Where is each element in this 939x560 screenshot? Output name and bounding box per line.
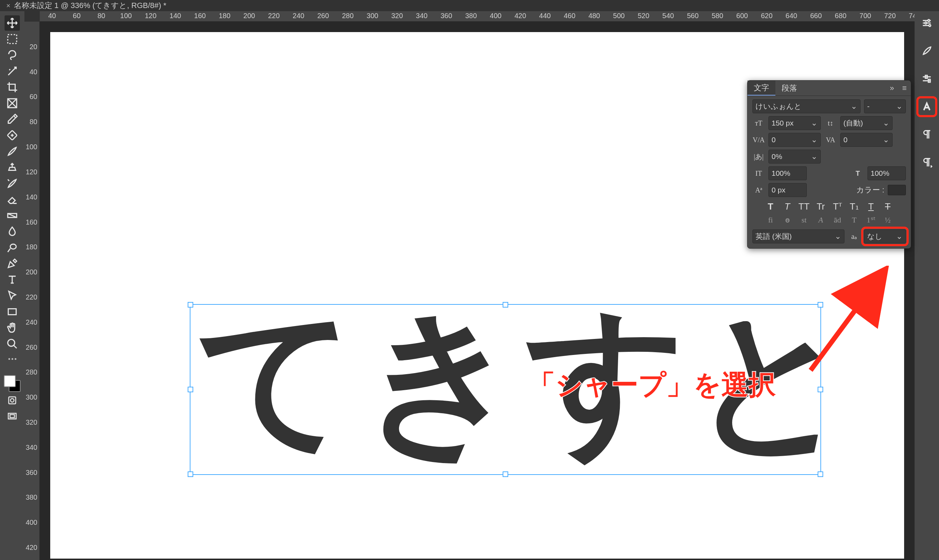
- color-label: カラー :: [856, 185, 884, 195]
- tsume-icon: |あ|: [753, 151, 765, 162]
- baseline-shift-input[interactable]: 0 px: [768, 183, 807, 197]
- history-brush-tool[interactable]: [5, 176, 20, 191]
- brush-settings-icon[interactable]: [919, 43, 934, 58]
- svg-point-8: [11, 398, 14, 402]
- zoom-tool[interactable]: [5, 336, 20, 351]
- font-size-icon: тT: [753, 117, 765, 129]
- ot-discretionary-button[interactable]: st: [798, 215, 810, 225]
- ot-fractions-button[interactable]: ½: [882, 215, 894, 225]
- frame-tool[interactable]: [5, 95, 20, 111]
- horizontal-scale-icon: T: [851, 168, 864, 179]
- glyphs-panel-icon[interactable]: [919, 155, 934, 170]
- kerning-input[interactable]: 0⌄: [768, 133, 821, 147]
- style-allcaps-button[interactable]: TT: [798, 201, 810, 212]
- style-smallcaps-button[interactable]: Tr: [815, 201, 827, 212]
- type-tool[interactable]: [5, 272, 20, 287]
- language-select[interactable]: 英語 (米国)⌄: [753, 229, 845, 243]
- dodge-tool[interactable]: [5, 240, 20, 255]
- clone-stamp-tool[interactable]: [5, 160, 20, 175]
- leading-icon: t↕: [824, 117, 837, 129]
- tracking-icon: VA: [824, 134, 837, 145]
- vertical-scale-icon: IT: [753, 168, 765, 179]
- ot-ordinals-button[interactable]: 1ˢᵗ: [865, 215, 877, 225]
- document-tab[interactable]: × 名称未設定 1 @ 336% (てきすと, RGB/8#) *: [0, 0, 172, 11]
- svg-point-13: [929, 25, 931, 26]
- ot-contextual-button[interactable]: ɵ: [781, 215, 793, 225]
- tab-character[interactable]: 文字: [748, 80, 776, 95]
- svg-point-12: [925, 22, 927, 24]
- character-panel[interactable]: 文字 段落 » ≡ けいふぉんと⌄ -⌄ тT 150 px⌄ t↕ (自動)⌄…: [747, 80, 911, 249]
- svg-point-6: [8, 339, 15, 346]
- healing-brush-tool[interactable]: [5, 128, 20, 143]
- svg-rect-7: [9, 397, 16, 404]
- eraser-tool[interactable]: [5, 192, 20, 207]
- tracking-input[interactable]: 0⌄: [840, 133, 893, 147]
- tsume-input[interactable]: 0%⌄: [768, 149, 821, 163]
- chevron-down-icon: ⌄: [896, 102, 903, 111]
- type-style-buttons: T T TT Tr Tᵀ T₁ T T: [753, 200, 906, 212]
- vertical-ruler[interactable]: 2040608010012014016018020022024026028030…: [25, 22, 40, 560]
- ot-titling-button[interactable]: T: [848, 215, 860, 225]
- settings-icon[interactable]: [919, 15, 934, 31]
- tab-paragraph[interactable]: 段落: [776, 80, 803, 95]
- document-tab-bar: × 名称未設定 1 @ 336% (てきすと, RGB/8#) *: [0, 0, 939, 11]
- svg-point-4: [10, 244, 16, 249]
- lasso-tool[interactable]: [5, 48, 20, 63]
- chevron-down-icon: ⌄: [850, 102, 857, 111]
- kerning-icon: V/A: [753, 134, 765, 145]
- brush-tool[interactable]: [5, 144, 20, 159]
- document-title: 名称未設定 1 @ 336% (てきすと, RGB/8#) *: [14, 0, 166, 11]
- baseline-shift-icon: Aª: [753, 185, 765, 195]
- tool-strip: [0, 11, 25, 560]
- marquee-tool[interactable]: [5, 31, 20, 47]
- opentype-buttons: fi ɵ st A ād T 1ˢᵗ ½: [753, 215, 906, 225]
- quick-mask-toggle[interactable]: [5, 392, 20, 408]
- hand-tool[interactable]: [5, 320, 20, 335]
- antialias-icon: aₐ: [848, 231, 860, 242]
- panel-tabs: 文字 段落 » ≡: [748, 80, 911, 96]
- style-strike-button[interactable]: T: [882, 201, 894, 212]
- panel-menu-icon[interactable]: ≡: [898, 84, 911, 93]
- paragraph-panel-icon[interactable]: [919, 127, 934, 142]
- adjust-icon[interactable]: [919, 71, 934, 86]
- horizontal-scale-input[interactable]: 100%: [868, 166, 906, 180]
- text-color-swatch[interactable]: [888, 185, 906, 195]
- eyedropper-tool[interactable]: [5, 112, 20, 127]
- blur-tool[interactable]: [5, 224, 20, 239]
- style-subscript-button[interactable]: T₁: [848, 201, 860, 212]
- svg-rect-0: [8, 34, 17, 44]
- rectangle-tool[interactable]: [5, 304, 20, 319]
- ot-swash-button[interactable]: A: [815, 215, 827, 225]
- magic-wand-tool[interactable]: [5, 63, 20, 79]
- pen-tool[interactable]: [5, 256, 20, 271]
- font-style-select[interactable]: -⌄: [864, 99, 906, 113]
- move-tool[interactable]: [5, 15, 20, 31]
- svg-rect-5: [8, 309, 16, 315]
- crop-tool[interactable]: [5, 80, 20, 95]
- close-tab-icon[interactable]: ×: [6, 2, 11, 10]
- ot-stylistic-button[interactable]: ād: [831, 215, 844, 225]
- color-swatches[interactable]: [4, 375, 21, 392]
- right-panel-strip: [914, 11, 939, 560]
- style-superscript-button[interactable]: Tᵀ: [831, 201, 844, 212]
- screen-mode-toggle[interactable]: [5, 409, 20, 424]
- font-size-input[interactable]: 150 px⌄: [768, 116, 821, 130]
- toolbar-more[interactable]: [5, 352, 20, 368]
- font-family-select[interactable]: けいふぉんと⌄: [753, 99, 860, 113]
- gradient-tool[interactable]: [5, 208, 20, 223]
- antialias-select[interactable]: なし⌄: [864, 229, 906, 243]
- style-italic-button[interactable]: T: [781, 201, 793, 212]
- ot-ligatures-button[interactable]: fi: [765, 215, 776, 225]
- style-bold-button[interactable]: T: [765, 201, 776, 212]
- character-panel-icon[interactable]: [919, 99, 934, 114]
- leading-input[interactable]: (自動)⌄: [840, 116, 893, 130]
- svg-point-11: [928, 20, 930, 22]
- horizontal-ruler[interactable]: 4060801001201401601802002202402602803003…: [40, 11, 914, 22]
- path-selection-tool[interactable]: [5, 288, 20, 303]
- style-underline-button[interactable]: T: [865, 201, 877, 212]
- vertical-scale-input[interactable]: 100%: [768, 166, 807, 180]
- annotation-callout: 「シャープ」を選択: [528, 367, 776, 403]
- svg-rect-10: [10, 415, 15, 418]
- panel-collapse-icon[interactable]: »: [886, 84, 898, 93]
